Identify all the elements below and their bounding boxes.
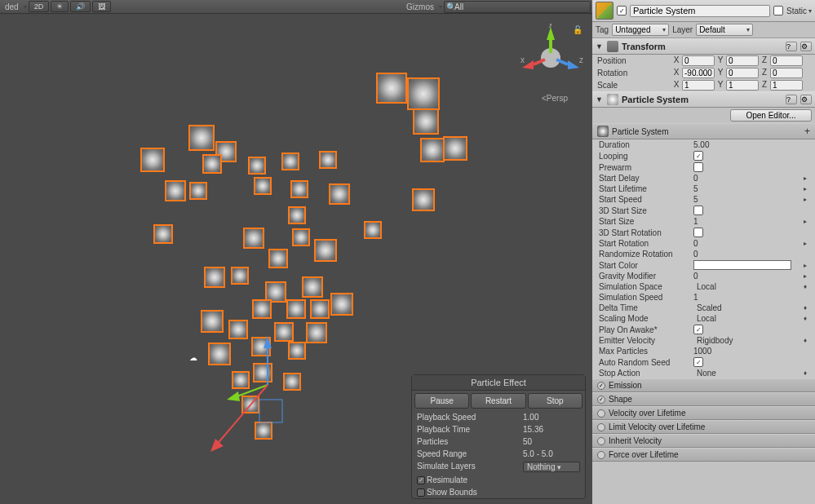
prewarm-checkbox[interactable] — [693, 162, 703, 172]
add-module-button[interactable]: + — [804, 126, 810, 137]
looping-checkbox[interactable]: ✓ — [693, 151, 703, 161]
scene-viewport[interactable]: y x z 🔓 <Persp ☁ Particle Effect Pause R… — [0, 14, 592, 504]
mode-dropdown[interactable]: ▸ — [802, 240, 808, 247]
resimulate-checkbox[interactable]: ✓Resimulate — [412, 474, 585, 486]
playback-speed-field[interactable]: 1.00 — [523, 413, 580, 422]
audio-toggle[interactable]: 🔊 — [70, 1, 91, 12]
emitter-velocity-dropdown[interactable]: Rigidbody♦ — [693, 336, 808, 345]
mode-dropdown[interactable]: ▸ — [802, 262, 808, 269]
start-speed-field[interactable]: 5▸ — [693, 195, 808, 204]
emission-module-header[interactable]: ✓Emission — [592, 378, 815, 392]
transform-component-header[interactable]: ▼ Transform ? ⚙ — [592, 38, 815, 55]
particle[interactable] — [228, 320, 248, 339]
mode-dropdown[interactable]: ▸ — [802, 185, 808, 192]
open-editor-button[interactable]: Open Editor... — [730, 109, 812, 122]
particle[interactable] — [281, 153, 299, 170]
delta-time-dropdown[interactable]: Scaled♦ — [693, 303, 808, 312]
particle[interactable] — [204, 267, 225, 288]
auto-random-seed-checkbox[interactable]: ✓ — [693, 357, 703, 367]
particle[interactable] — [231, 267, 249, 285]
settings-button[interactable]: ⚙ — [800, 42, 812, 51]
tag-dropdown[interactable]: Untagged▾ — [612, 24, 669, 36]
particle[interactable] — [330, 293, 353, 316]
start-size-field[interactable]: 1▸ — [693, 217, 808, 226]
position-x-field[interactable] — [682, 55, 715, 66]
transform-gizmo[interactable] — [210, 352, 308, 466]
particle[interactable] — [290, 180, 308, 198]
foldout-icon[interactable]: ▼ — [596, 95, 604, 104]
particle[interactable] — [364, 221, 382, 239]
object-name-field[interactable] — [630, 5, 770, 17]
particle[interactable] — [420, 138, 445, 162]
duration-field[interactable]: 5.00 — [693, 140, 808, 149]
main-module-header[interactable]: Particle System + — [592, 123, 815, 139]
particle[interactable] — [243, 228, 264, 249]
fx-toggle[interactable]: 🖼 — [92, 1, 111, 12]
mode-dropdown[interactable]: ▸ — [802, 175, 808, 182]
rotation-x-field[interactable] — [682, 68, 715, 78]
lock-icon[interactable]: 🔓 — [573, 25, 582, 34]
particle[interactable] — [201, 310, 224, 333]
particle[interactable] — [329, 183, 350, 205]
dropdown-arrow-icon[interactable]: ▾ — [24, 3, 27, 11]
static-checkbox[interactable] — [773, 6, 783, 15]
start-delay-field[interactable]: 0▸ — [693, 174, 808, 183]
particle[interactable] — [407, 77, 440, 110]
particle[interactable] — [412, 188, 435, 211]
start-rotation-field[interactable]: 0▸ — [693, 239, 808, 248]
force-over-lifetime-module-header[interactable]: Force over Lifetime — [592, 448, 815, 462]
help-button[interactable]: ? — [786, 42, 797, 51]
particle[interactable] — [443, 136, 467, 161]
position-z-field[interactable] — [770, 55, 803, 66]
particle[interactable] — [274, 322, 294, 342]
rotation-z-field[interactable] — [770, 68, 803, 78]
perspective-label[interactable]: <Persp — [542, 94, 568, 103]
particle[interactable] — [310, 299, 330, 319]
particle[interactable] — [140, 148, 165, 172]
stop-action-dropdown[interactable]: None♦ — [693, 369, 808, 378]
shape-module-header[interactable]: ✓Shape — [592, 392, 815, 406]
particle[interactable] — [314, 239, 337, 262]
scale-x-field[interactable] — [682, 80, 715, 91]
particle[interactable] — [153, 224, 173, 244]
pause-button[interactable]: Pause — [414, 393, 469, 409]
simulation-space-dropdown[interactable]: Local♦ — [693, 282, 808, 291]
position-y-field[interactable] — [726, 55, 759, 66]
scale-y-field[interactable] — [726, 80, 759, 91]
help-button[interactable]: ? — [786, 95, 797, 104]
particle[interactable] — [248, 157, 266, 175]
scene-view[interactable]: ded ▾ 2D ☀ 🔊 🖼 Gizmos ▾ 🔍 All y x z 🔓 <P… — [0, 0, 592, 504]
randomize-rotation-field[interactable]: 0 — [693, 250, 808, 259]
particle[interactable] — [413, 108, 439, 135]
start-color-swatch[interactable] — [693, 260, 791, 270]
particle[interactable] — [376, 73, 407, 104]
particle[interactable] — [202, 154, 222, 174]
particle[interactable] — [288, 206, 306, 224]
gameobject-icon[interactable] — [596, 2, 613, 20]
show-bounds-checkbox[interactable]: Show Bounds — [412, 486, 585, 498]
dropdown-arrow-icon[interactable]: ▾ — [439, 3, 442, 11]
scale-z-field[interactable] — [770, 80, 803, 91]
settings-button[interactable]: ⚙ — [800, 95, 812, 104]
particle[interactable] — [165, 180, 186, 201]
particle[interactable] — [188, 125, 215, 151]
light-toggle[interactable]: ☀ — [51, 1, 69, 12]
static-dropdown[interactable]: Static ▾ — [786, 7, 812, 15]
particle[interactable] — [268, 249, 288, 268]
mode-dropdown[interactable]: ▸ — [802, 218, 808, 225]
particle[interactable] — [252, 299, 272, 319]
particle[interactable] — [189, 182, 207, 200]
simulation-speed-field[interactable]: 1 — [693, 293, 808, 302]
particle[interactable] — [306, 322, 327, 343]
inherit-velocity-module-header[interactable]: Inherit Velocity — [592, 434, 815, 448]
particle[interactable] — [286, 299, 306, 319]
max-particles-field[interactable]: 1000 — [693, 347, 808, 356]
2d-toggle[interactable]: 2D — [29, 1, 50, 12]
enabled-checkbox[interactable]: ✓ — [617, 6, 627, 15]
start-rotation-3d-checkbox[interactable] — [693, 228, 703, 237]
particle-system-component-header[interactable]: ▼ Particle System ? ⚙ — [592, 91, 815, 108]
play-on-awake-checkbox[interactable]: ✓ — [693, 325, 703, 334]
limit-velocity-over-lifetime-module-header[interactable]: Limit Velocity over Lifetime — [592, 420, 815, 434]
stop-button[interactable]: Stop — [528, 393, 582, 409]
particle[interactable] — [292, 228, 310, 246]
